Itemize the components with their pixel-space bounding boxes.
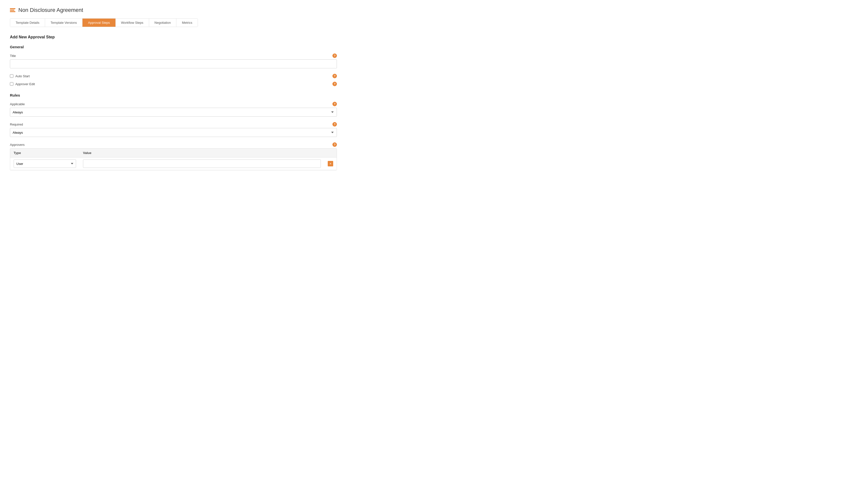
auto-start-label: Auto Start [16,74,30,78]
approvers-table-header: Type Value [10,149,337,158]
table-row: User Group Role × [10,158,337,170]
tab-template-versions[interactable]: Template Versions [45,19,83,27]
type-select[interactable]: User Group Role [13,159,76,168]
tabs-container: Template Details Template Versions Appro… [10,18,198,27]
required-select[interactable]: Always Conditional [10,128,337,137]
auto-start-row: Auto Start ? [10,74,337,78]
approvers-section: Approvers ? Type Value User Group Role [10,142,337,170]
rules-section-title: Rules [10,93,337,97]
title-label-row: Title ? [10,54,337,58]
form-section-title: Add New Approval Step [10,35,337,39]
value-column-header: Value [80,149,337,157]
required-label: Required [10,123,23,126]
applicable-field-group: Applicable ? Always Conditional [10,102,337,117]
tab-workflow-steps[interactable]: Workflow Steps [116,19,149,27]
title-field-group: Title ? [10,54,337,68]
approver-edit-label-group: Approver Edit [10,82,35,86]
page-title: Non Disclosure Agreement [18,7,83,13]
applicable-select[interactable]: Always Conditional [10,108,337,117]
title-input[interactable] [10,59,337,68]
approver-edit-row: Approver Edit ? [10,82,337,86]
page-header: Non Disclosure Agreement [10,7,337,13]
remove-cell: × [324,159,337,168]
approvers-label-row: Approvers ? [10,142,337,147]
auto-start-help-icon[interactable]: ? [333,74,337,78]
approver-edit-help-icon[interactable]: ? [333,82,337,86]
applicable-label: Applicable [10,102,25,106]
tab-template-details[interactable]: Template Details [10,19,45,27]
required-field-group: Required ? Always Conditional [10,122,337,137]
type-column-header: Type [10,149,80,157]
approver-edit-checkbox[interactable] [10,82,13,86]
layers-icon [10,8,16,12]
value-cell [80,158,324,170]
type-cell: User Group Role [10,158,80,170]
required-help-icon[interactable]: ? [333,122,337,127]
tab-approval-steps[interactable]: Approval Steps [83,19,116,27]
approver-edit-label: Approver Edit [16,82,35,86]
approvers-label: Approvers [10,143,25,147]
applicable-help-icon[interactable]: ? [333,102,337,106]
remove-row-button[interactable]: × [328,161,333,166]
auto-start-label-group: Auto Start [10,74,30,78]
title-label: Title [10,54,16,58]
title-help-icon[interactable]: ? [333,54,337,58]
form-content: Add New Approval Step General Title ? Au… [10,35,337,170]
general-section-title: General [10,45,337,49]
required-label-row: Required ? [10,122,337,127]
tab-metrics[interactable]: Metrics [176,19,198,27]
tab-negotiation[interactable]: Negotiation [149,19,177,27]
applicable-label-row: Applicable ? [10,102,337,106]
approvers-help-icon[interactable]: ? [333,142,337,147]
auto-start-checkbox[interactable] [10,74,13,78]
rules-section: Rules Applicable ? Always Conditional Re… [10,93,337,170]
value-input[interactable] [83,159,321,168]
approvers-table: Type Value User Group Role [10,148,337,170]
